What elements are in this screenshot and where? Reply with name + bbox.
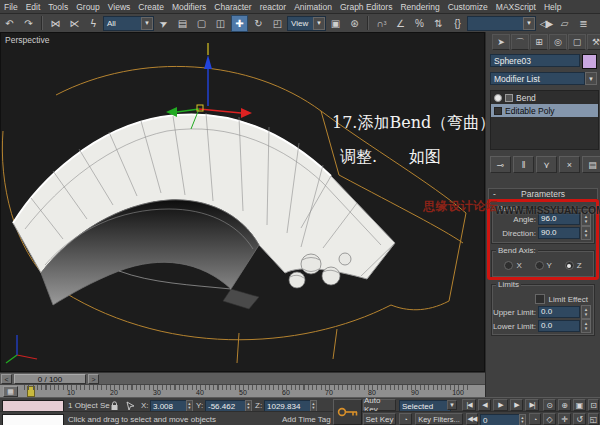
- select-by-name-icon[interactable]: ▤: [174, 15, 191, 32]
- zoom-extents-icon[interactable]: ▣: [573, 399, 586, 411]
- select-and-manipulate-icon[interactable]: ⊛: [346, 15, 363, 32]
- named-selection-dropdown[interactable]: ▼: [467, 16, 536, 31]
- time-slider-prev-icon[interactable]: <: [1, 374, 12, 384]
- menu-item[interactable]: MAXScript: [492, 2, 540, 12]
- object-color-swatch[interactable]: [582, 54, 597, 69]
- edit-named-selections-icon[interactable]: {}: [449, 15, 466, 32]
- selection-filter-dropdown[interactable]: All ▼: [103, 16, 154, 31]
- modifier-stack-item[interactable]: Bend: [491, 91, 598, 104]
- go-to-end-icon[interactable]: ▶|: [525, 399, 539, 411]
- align-icon[interactable]: ▱: [556, 15, 573, 32]
- dropdown-arrow-icon[interactable]: ▼: [585, 72, 597, 85]
- dropdown-arrow-icon[interactable]: ▼: [313, 17, 325, 30]
- use-pivot-center-icon[interactable]: ▣: [327, 15, 344, 32]
- hierarchy-tab-icon[interactable]: ⊞: [530, 34, 548, 50]
- previous-frame-icon[interactable]: ◀: [478, 399, 491, 411]
- reference-coordinate-dropdown[interactable]: View ▼: [287, 16, 326, 31]
- lower-limit-spinner[interactable]: ▴▾: [581, 319, 591, 333]
- unlink-selection-icon[interactable]: ⋉: [66, 15, 83, 32]
- menu-item[interactable]: Help: [540, 2, 565, 12]
- next-frame-icon[interactable]: ▶: [510, 399, 523, 411]
- maxscript-listener-white[interactable]: [2, 414, 64, 425]
- menu-item[interactable]: Graph Editors: [336, 2, 396, 12]
- menu-item[interactable]: Group: [72, 2, 104, 12]
- window-crossing-icon[interactable]: ◫: [212, 15, 229, 32]
- auto-key-button[interactable]: Auto Key: [363, 399, 396, 411]
- percent-snap-icon[interactable]: %: [411, 15, 428, 32]
- frame-spinner[interactable]: ▴▾: [519, 414, 526, 425]
- select-object-icon[interactable]: ➤: [152, 14, 175, 33]
- new-key-filter-curve-icon[interactable]: ◔: [399, 413, 412, 425]
- axis-y-radio[interactable]: Y: [535, 261, 552, 270]
- remove-modifier-icon[interactable]: ×: [559, 156, 580, 173]
- current-frame-field[interactable]: 0: [480, 414, 522, 425]
- display-tab-icon[interactable]: ▢: [568, 34, 586, 50]
- dropdown-arrow-icon[interactable]: ▼: [447, 400, 457, 410]
- redo-icon[interactable]: ↷: [20, 15, 37, 32]
- limit-effect-checkbox[interactable]: [535, 294, 545, 304]
- object-name-field[interactable]: Sphere03: [490, 54, 580, 67]
- time-configuration-icon[interactable]: ◔: [529, 413, 541, 425]
- mini-curve-editor-icon[interactable]: ▦: [3, 386, 18, 397]
- time-slider-handle[interactable]: 0 / 100: [14, 374, 86, 384]
- menu-item[interactable]: Modifiers: [168, 2, 210, 12]
- axis-x-radio[interactable]: X: [504, 261, 521, 270]
- play-animation-icon[interactable]: ▶: [493, 399, 508, 411]
- motion-tab-icon[interactable]: ◎: [549, 34, 567, 50]
- menu-item[interactable]: Create: [134, 2, 168, 12]
- zoom-region-icon[interactable]: ⊡: [588, 399, 599, 411]
- field-of-view-icon[interactable]: ◇: [543, 413, 556, 425]
- upper-limit-field[interactable]: 0.0: [538, 306, 580, 318]
- menu-item[interactable]: Character: [210, 2, 255, 12]
- parameters-rollout-header[interactable]: - Parameters: [488, 188, 598, 200]
- time-slider-next-icon[interactable]: >: [88, 374, 99, 384]
- select-and-link-icon[interactable]: ⋈: [47, 15, 64, 32]
- menu-item[interactable]: Animation: [290, 2, 336, 12]
- key-mode-toggle-icon[interactable]: ◀◀: [466, 413, 478, 425]
- perspective-viewport[interactable]: Perspective: [0, 32, 485, 372]
- show-end-result-icon[interactable]: ‖: [513, 156, 534, 173]
- axis-z-radio[interactable]: Z: [565, 261, 582, 270]
- modifier-stack-item[interactable]: Editable Poly: [491, 104, 598, 117]
- layer-manager-icon[interactable]: ≣: [575, 15, 592, 32]
- viewport-label[interactable]: Perspective: [5, 35, 49, 45]
- min-max-toggle-icon[interactable]: ◱: [588, 413, 599, 425]
- add-time-tag-label[interactable]: Add Time Tag: [282, 415, 331, 424]
- arc-rotate-icon[interactable]: ↺: [573, 413, 586, 425]
- snap-toggle-3d-icon[interactable]: ∩3: [373, 15, 390, 32]
- mirror-icon[interactable]: ◁▶: [537, 15, 554, 32]
- go-to-start-icon[interactable]: |◀: [462, 399, 476, 411]
- modifier-list-dropdown[interactable]: Modifier List ▼: [490, 72, 597, 85]
- dropdown-arrow-icon[interactable]: ▼: [523, 17, 535, 30]
- spinner-snap-icon[interactable]: ⇅: [430, 15, 447, 32]
- undo-icon[interactable]: ↶: [1, 15, 18, 32]
- menu-item[interactable]: Edit: [22, 2, 45, 12]
- set-key-button[interactable]: Set Key: [363, 413, 396, 425]
- menu-item[interactable]: Tools: [44, 2, 72, 12]
- create-tab-icon[interactable]: ➤: [492, 34, 510, 50]
- direction-field[interactable]: 90.0: [538, 227, 580, 239]
- time-slider[interactable]: < 0 / 100 >: [0, 372, 485, 384]
- select-and-scale-icon[interactable]: ◰: [269, 15, 286, 32]
- pan-view-icon[interactable]: ✛: [558, 413, 571, 425]
- key-filters-button[interactable]: Key Filters...: [415, 413, 463, 425]
- modifier-onoff-bulb-icon[interactable]: [494, 94, 502, 102]
- menu-item[interactable]: File: [0, 2, 22, 12]
- menu-item[interactable]: Customize: [444, 2, 492, 12]
- track-bar[interactable]: ▦ 102030405060708090100: [0, 384, 485, 397]
- utilities-tab-icon[interactable]: ⚒: [587, 34, 600, 50]
- menu-item[interactable]: reactor: [256, 2, 290, 12]
- selection-lock-icon[interactable]: [110, 401, 119, 411]
- keyboard-shortcut-override-key-icon[interactable]: [333, 399, 362, 425]
- rectangular-region-icon[interactable]: ▢: [193, 15, 210, 32]
- lower-limit-field[interactable]: 0.0: [538, 320, 580, 332]
- menu-item[interactable]: Views: [104, 2, 135, 12]
- zoom-icon[interactable]: ⊙: [543, 399, 556, 411]
- angle-snap-icon[interactable]: ∠: [392, 15, 409, 32]
- upper-limit-spinner[interactable]: ▴▾: [581, 305, 591, 319]
- bind-to-spacewarp-icon[interactable]: ϟ: [85, 15, 102, 32]
- select-and-rotate-icon[interactable]: ↻: [250, 15, 267, 32]
- configure-modifier-sets-icon[interactable]: ▤: [582, 156, 600, 173]
- make-unique-icon[interactable]: ⋎: [536, 156, 557, 173]
- zoom-all-icon[interactable]: ⊕: [558, 399, 571, 411]
